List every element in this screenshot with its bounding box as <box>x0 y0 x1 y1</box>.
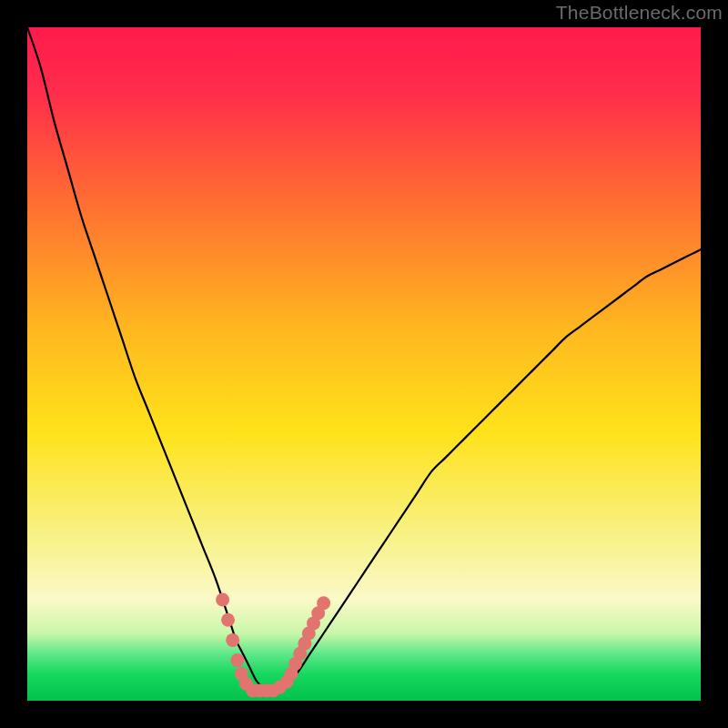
watermark-label: TheBottleneck.com <box>556 2 723 24</box>
highlight-marker <box>226 633 239 647</box>
highlight-marker <box>221 613 235 627</box>
highlight-marker <box>230 653 244 667</box>
gradient-background <box>27 27 701 701</box>
highlight-marker <box>317 596 330 610</box>
chart-frame: TheBottleneck.com <box>0 0 728 728</box>
highlight-marker <box>216 593 229 607</box>
bottleneck-chart <box>27 27 701 701</box>
